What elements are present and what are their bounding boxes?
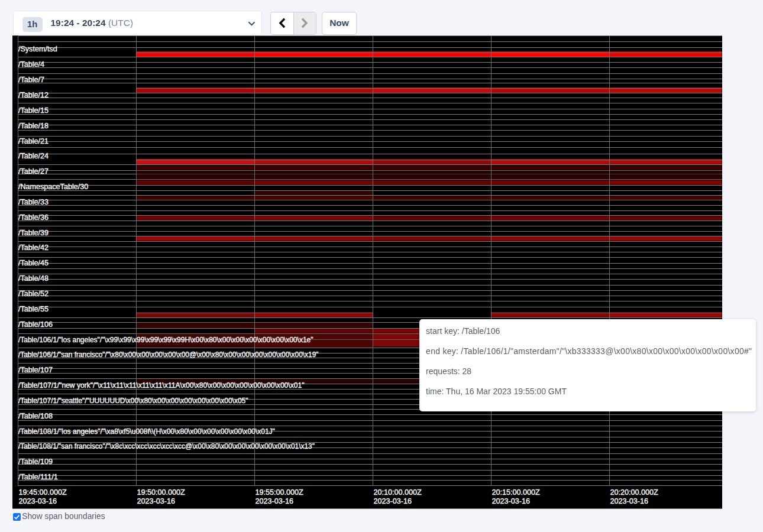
svg-text:/Table/111/1: /Table/111/1 [18,473,58,481]
svg-text:/Table/39: /Table/39 [18,229,49,237]
svg-text:/Table/36: /Table/36 [18,213,49,222]
svg-text:2023-03-16: 2023-03-16 [19,497,57,505]
svg-text:/Table/42: /Table/42 [18,244,49,252]
svg-text:19:50:00.000Z: 19:50:00.000Z [137,488,186,497]
svg-text:/Table/107/1/"new york"/"\x11\: /Table/107/1/"new york"/"\x11\x11\x11\x1… [18,381,305,390]
svg-text:19:55:00.000Z: 19:55:00.000Z [256,488,304,497]
svg-text:2023-03-16: 2023-03-16 [374,497,412,505]
svg-text:/Table/15: /Table/15 [18,106,49,115]
svg-text:2023-03-16: 2023-03-16 [610,497,648,505]
svg-text:/Table/109: /Table/109 [18,458,53,466]
svg-text:/Table/48: /Table/48 [18,274,49,283]
svg-text:/Table/12: /Table/12 [18,91,49,99]
svg-text:2023-03-16: 2023-03-16 [492,497,530,505]
svg-text:/Table/27: /Table/27 [18,167,49,176]
svg-text:/Table/108/1/"los angeles"/"\x: /Table/108/1/"los angeles"/"\xa8\xf5\u00… [18,427,275,436]
svg-text:/Table/45: /Table/45 [18,259,49,267]
svg-text:20:15:00.000Z: 20:15:00.000Z [492,488,541,497]
svg-text:20:10:00.000Z: 20:10:00.000Z [374,488,422,497]
svg-text:/System/tsd: /System/tsd [18,45,57,53]
svg-text:/NamespaceTable/30: /NamespaceTable/30 [18,183,88,191]
svg-text:/Table/107: /Table/107 [18,366,53,374]
svg-text:/Table/55: /Table/55 [18,305,49,313]
svg-text:/Table/7: /Table/7 [18,76,44,84]
svg-text:2023-03-16: 2023-03-16 [256,497,293,505]
svg-text:/Table/107/1/"seattle"/"UUUUUU: /Table/107/1/"seattle"/"UUUUUUD\x00\x80\… [18,397,248,405]
svg-text:/Table/52: /Table/52 [18,290,49,298]
svg-text:2023-03-16: 2023-03-16 [137,497,175,505]
svg-text:/Table/108/1/"san francisco"/": /Table/108/1/"san francisco"/"\x8c\xcc\x… [18,442,315,450]
svg-text:/Table/21: /Table/21 [18,137,49,145]
svg-text:/Table/4: /Table/4 [18,60,44,69]
svg-text:/Table/24: /Table/24 [18,152,49,160]
svg-text:/Table/108: /Table/108 [18,412,53,420]
svg-text:/Table/18: /Table/18 [18,122,49,130]
svg-text:/Table/106/1/"los angeles"/"\x: /Table/106/1/"los angeles"/"\x99\x99\x99… [18,336,313,344]
svg-text:/Table/106/1/"san francisco"/": /Table/106/1/"san francisco"/"\x80\x00\x… [18,351,319,359]
svg-text:19:45:00.000Z: 19:45:00.000Z [19,488,67,497]
svg-text:/Table/106: /Table/106 [18,320,53,329]
svg-text:/Table/33: /Table/33 [18,198,49,206]
svg-text:20:20:00.000Z: 20:20:00.000Z [610,488,659,497]
